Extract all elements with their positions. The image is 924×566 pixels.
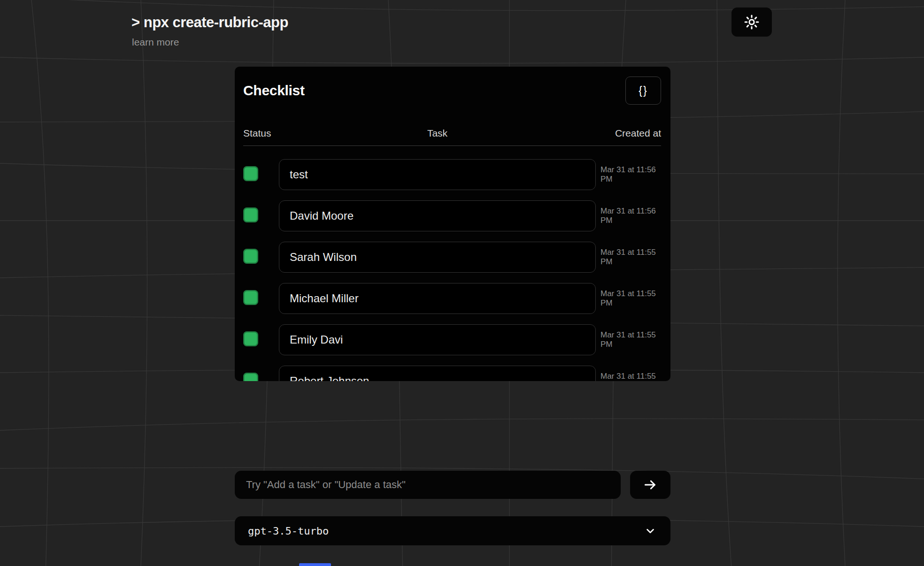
- task-row: Mar 31 at 11:56 PM: [243, 200, 661, 231]
- task-created-at: Mar 31 at 11:55 PM: [596, 372, 661, 381]
- task-row: Mar 31 at 11:55 PM: [243, 366, 661, 381]
- task-list: Mar 31 at 11:56 PM Mar 31 at 11:56 PM Ma…: [243, 159, 661, 381]
- task-created-at: Mar 31 at 11:55 PM: [596, 289, 661, 308]
- page-title: > npx create-rubric-app: [131, 14, 288, 31]
- column-header-status: Status: [243, 128, 279, 139]
- checklist-title: Checklist: [243, 83, 305, 99]
- chevron-down-icon: [644, 525, 656, 537]
- task-name-input[interactable]: [279, 366, 596, 381]
- bottom-peek-element[interactable]: [299, 563, 331, 566]
- task-status-checkbox[interactable]: [243, 373, 258, 381]
- task-name-input[interactable]: [279, 242, 596, 273]
- sun-icon: [744, 14, 760, 30]
- table-header-divider: [243, 145, 661, 146]
- task-name-input[interactable]: [279, 159, 596, 190]
- task-status-cell: [243, 290, 279, 307]
- checklist-card: Checklist {} Status Task Created at Mar …: [235, 67, 670, 381]
- task-name-input[interactable]: [279, 200, 596, 231]
- task-status-checkbox[interactable]: [243, 249, 258, 264]
- json-view-button[interactable]: {}: [625, 76, 661, 105]
- task-row: Mar 31 at 11:55 PM: [243, 242, 661, 273]
- learn-more-link[interactable]: learn more: [132, 37, 179, 48]
- column-header-task: Task: [427, 128, 447, 139]
- task-row: Mar 31 at 11:55 PM: [243, 324, 661, 355]
- arrow-right-icon: [643, 477, 658, 492]
- task-status-checkbox[interactable]: [243, 331, 258, 346]
- theme-toggle-button[interactable]: [732, 8, 772, 37]
- task-status-checkbox[interactable]: [243, 290, 258, 305]
- task-name-input[interactable]: [279, 283, 596, 314]
- checklist-card-header: Checklist {}: [243, 76, 661, 105]
- column-header-created-at: Created at: [615, 128, 661, 139]
- task-status-cell: [243, 249, 279, 266]
- task-created-at: Mar 31 at 11:56 PM: [596, 165, 661, 184]
- task-created-at: Mar 31 at 11:55 PM: [596, 330, 661, 349]
- task-status-cell: [243, 331, 279, 348]
- task-status-checkbox[interactable]: [243, 166, 258, 181]
- task-created-at: Mar 31 at 11:55 PM: [596, 248, 661, 267]
- table-header: Status Task Created at: [243, 128, 661, 139]
- task-row: Mar 31 at 11:55 PM: [243, 283, 661, 314]
- task-status-cell: [243, 166, 279, 183]
- model-select[interactable]: gpt-3.5-turbo: [235, 516, 670, 545]
- task-status-cell: [243, 207, 279, 224]
- task-row: Mar 31 at 11:56 PM: [243, 159, 661, 190]
- task-name-input[interactable]: [279, 324, 596, 355]
- command-input[interactable]: [235, 471, 621, 499]
- submit-button[interactable]: [630, 471, 670, 499]
- task-status-checkbox[interactable]: [243, 207, 258, 222]
- task-status-cell: [243, 373, 279, 381]
- app-root: > npx create-rubric-app learn more Check…: [0, 0, 924, 566]
- model-select-value: gpt-3.5-turbo: [248, 525, 329, 537]
- task-created-at: Mar 31 at 11:56 PM: [596, 207, 661, 225]
